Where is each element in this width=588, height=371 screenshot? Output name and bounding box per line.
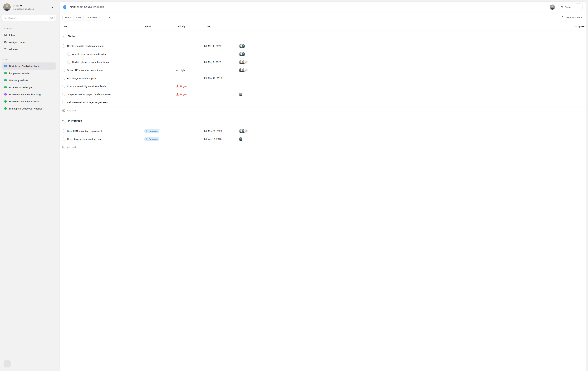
filter-operator[interactable]: is not bbox=[74, 15, 84, 20]
filter-value[interactable]: Completed bbox=[84, 15, 97, 20]
sidebar-item-label: Assigned to me bbox=[9, 41, 26, 43]
list-label: EchoNova Ventures website bbox=[9, 100, 40, 103]
task-checkbox[interactable] bbox=[62, 93, 65, 96]
calendar-icon bbox=[204, 130, 207, 132]
task-checkbox[interactable] bbox=[62, 77, 65, 80]
sidebar-list-pixel-oak-redesign[interactable]: Pixel & Oak redesign bbox=[2, 84, 56, 91]
priority-label: Urgent bbox=[180, 85, 187, 88]
priority-bars-icon bbox=[176, 69, 178, 71]
calendar-icon bbox=[204, 77, 207, 80]
search-input[interactable] bbox=[8, 17, 49, 19]
task-checkbox[interactable] bbox=[62, 130, 65, 133]
task-title[interactable]: Add image upload endpoint bbox=[67, 77, 96, 80]
task-checkbox[interactable] bbox=[67, 52, 70, 56]
column-header-due[interactable]: Due bbox=[204, 25, 239, 28]
add-task-label: Add task bbox=[67, 146, 76, 149]
column-header-title[interactable]: Title bbox=[60, 25, 144, 28]
task-row[interactable]: Set up API routes for contact form High+… bbox=[60, 66, 253, 74]
sidebar-list-echonova-ventures-branding[interactable]: EchoNova Ventures branding bbox=[2, 91, 56, 98]
section-title: To do bbox=[68, 35, 75, 38]
task-title[interactable]: Add skeleton loaders to blog list bbox=[72, 53, 106, 55]
workspace-switcher[interactable]: orsane tom.deleu@gmail.com bbox=[3, 3, 56, 11]
table-header: Title Status Priority Due Assignee bbox=[60, 22, 253, 30]
assignee-overflow-badge: +1 bbox=[244, 129, 248, 133]
close-icon bbox=[100, 16, 102, 19]
search-input-container[interactable]: ⌘K bbox=[2, 15, 56, 21]
sidebar-item-inbox[interactable]: Inbox bbox=[2, 31, 56, 39]
warning-icon bbox=[176, 93, 179, 96]
add-filter-button[interactable] bbox=[108, 16, 112, 19]
task-title[interactable]: Validate email input regex edge cases bbox=[67, 101, 108, 104]
task-title[interactable]: Cross-browser test product page bbox=[67, 138, 102, 140]
list-color-dot bbox=[4, 79, 7, 81]
lists-section-label: Lists bbox=[3, 59, 58, 61]
chevron-up-down-icon[interactable] bbox=[51, 5, 54, 9]
column-header-status[interactable]: Status bbox=[144, 25, 176, 28]
filter-field[interactable]: Status bbox=[63, 15, 74, 20]
filter-chip[interactable]: Status is not Completed bbox=[62, 15, 104, 20]
sidebar-list-wanderly-website[interactable]: Wanderly website bbox=[2, 77, 56, 84]
remove-filter-button[interactable] bbox=[97, 15, 104, 20]
due-date: Apr 19, 2026 bbox=[208, 138, 221, 140]
due-date: May 6, 2026 bbox=[208, 45, 221, 47]
task-row[interactable]: Validate email input regex edge cases bbox=[60, 98, 253, 106]
due-date: Mar 29, 2026 bbox=[208, 130, 222, 132]
task-title[interactable]: Build FAQ accordion component bbox=[67, 130, 102, 132]
task-checkbox[interactable] bbox=[62, 69, 65, 72]
list-label: Loopframe website bbox=[9, 72, 30, 75]
list-label: EchoNova Ventures branding bbox=[9, 93, 41, 96]
column-header-assignee[interactable]: Assignee bbox=[239, 25, 253, 28]
status-badge[interactable]: In Progress bbox=[144, 129, 159, 133]
chevron-down-icon[interactable] bbox=[62, 35, 64, 38]
task-row[interactable]: Update global typography settings May 5,… bbox=[60, 58, 253, 66]
plus-square-icon bbox=[62, 109, 65, 112]
assignee-avatar bbox=[241, 44, 245, 48]
status-badge[interactable]: In Progress bbox=[144, 137, 159, 141]
section-header-in-progress[interactable]: In Progress bbox=[60, 114, 253, 127]
column-header-priority[interactable]: Priority bbox=[176, 25, 204, 28]
shortcuts-list: Inbox Assigned to me All tasks bbox=[0, 31, 58, 53]
task-title[interactable]: Check accessibility on all form fields bbox=[67, 85, 106, 88]
filter-plus-icon bbox=[108, 16, 112, 19]
assignee-avatar bbox=[239, 92, 243, 96]
section-title: In Progress bbox=[68, 119, 82, 122]
sidebar-item-assigned-to-me[interactable]: Assigned to me bbox=[2, 39, 56, 46]
add-task-button[interactable]: Add task bbox=[60, 143, 253, 151]
task-row[interactable]: Add skeleton loaders to blog list bbox=[60, 50, 253, 58]
priority-label: High bbox=[180, 69, 185, 71]
task-checkbox[interactable] bbox=[62, 101, 65, 104]
task-title[interactable]: Set up API routes for contact form bbox=[67, 69, 103, 71]
user-email: tom.deleu@gmail.com bbox=[13, 8, 34, 10]
list-label: Pixel & Oak redesign bbox=[9, 86, 32, 89]
task-list: To doCreate reusable modal component May… bbox=[60, 30, 253, 151]
sidebar-list-northbeam-studio-feedback[interactable]: Northbeam Studio feedback bbox=[2, 62, 56, 70]
list-label: Wanderly website bbox=[9, 79, 28, 82]
section-header-to-do[interactable]: To do bbox=[60, 30, 253, 42]
sidebar-list-brightgrain-coffee-co-website[interactable]: Brightgrain Coffee Co. website bbox=[2, 105, 56, 112]
task-row[interactable]: Build FAQ accordion componentIn Progress… bbox=[60, 127, 253, 135]
chevron-down-icon[interactable] bbox=[62, 120, 64, 122]
task-title[interactable]: Update global typography settings bbox=[72, 61, 109, 63]
task-row[interactable]: Check accessibility on all form fields U… bbox=[60, 82, 253, 90]
task-row[interactable]: Create reusable modal component May 6, 2… bbox=[60, 42, 253, 50]
task-checkbox[interactable] bbox=[62, 44, 65, 48]
sidebar-list-echonova-ventures-website[interactable]: EchoNova Ventures website bbox=[2, 98, 56, 105]
add-task-button[interactable]: Add task bbox=[60, 106, 253, 114]
task-checkbox[interactable] bbox=[62, 85, 65, 88]
sidebar-item-all-tasks[interactable]: All tasks bbox=[2, 46, 56, 53]
tasks-icon bbox=[4, 48, 7, 51]
inbox-icon bbox=[4, 33, 7, 37]
sidebar-list-loopframe-website[interactable]: Loopframe website bbox=[2, 70, 56, 77]
task-checkbox[interactable] bbox=[67, 60, 70, 64]
expand-subtasks-icon[interactable] bbox=[60, 45, 62, 47]
user-avatar bbox=[3, 3, 11, 11]
due-date: Mar 16, 2026 bbox=[208, 77, 222, 80]
search-shortcut-badge: ⌘K bbox=[49, 16, 55, 20]
task-checkbox[interactable] bbox=[62, 138, 65, 141]
task-row[interactable]: Snapshot test for project card component… bbox=[60, 90, 253, 98]
search-icon bbox=[4, 17, 7, 19]
task-row[interactable]: Add image upload endpoint Mar 16, 2026 bbox=[60, 74, 253, 82]
task-row[interactable]: Cross-browser test product pageIn Progre… bbox=[60, 135, 253, 143]
task-title[interactable]: Snapshot test for project card component bbox=[67, 93, 111, 96]
task-title[interactable]: Create reusable modal component bbox=[67, 45, 104, 47]
